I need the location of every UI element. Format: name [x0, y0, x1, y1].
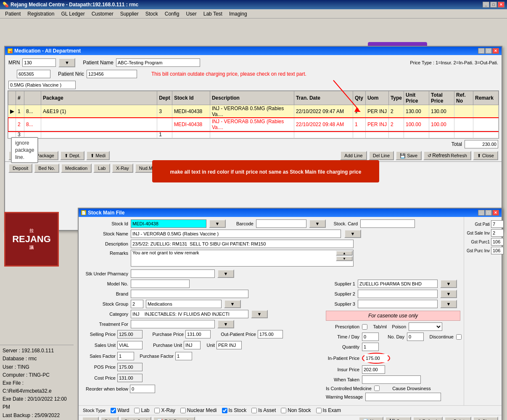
patient-name-input[interactable] — [116, 58, 200, 67]
stock-name-input[interactable] — [8, 81, 76, 89]
medication-button[interactable]: Medication — [61, 164, 92, 173]
time-day-input[interactable] — [362, 333, 379, 341]
insur-price-input[interactable] — [362, 365, 385, 374]
model-input[interactable] — [131, 280, 190, 288]
mrn-down-btn[interactable]: ▼ — [58, 58, 75, 67]
deposit-button[interactable]: Deposit — [8, 164, 32, 173]
inpatient-price-input[interactable] — [364, 354, 388, 362]
refresh-button[interactable]: ↺ RefreshRefresh — [423, 151, 471, 160]
menu-config[interactable]: Config — [161, 10, 183, 18]
med-maximize[interactable]: □ — [485, 48, 492, 54]
lab-button[interactable]: Lab — [93, 164, 110, 173]
supplier1-down-btn[interactable]: ▼ — [440, 280, 457, 288]
gst-sale-inv-input[interactable] — [491, 229, 504, 237]
supplier3-input[interactable] — [358, 300, 438, 308]
brand-input[interactable] — [131, 290, 248, 298]
medi-button[interactable]: ⬆ Medi — [86, 151, 110, 160]
new-button[interactable]: 📄 New — [359, 417, 383, 420]
close-button-med[interactable]: ⬆ Close — [473, 151, 498, 160]
stk-pharmacy-input[interactable] — [131, 269, 215, 278]
nuclear-medi-checkbox[interactable] — [180, 408, 186, 413]
stock-name-down-btn[interactable]: ▼ — [344, 230, 361, 238]
is-controlled-checkbox[interactable] — [374, 386, 380, 391]
edit-barcode-button[interactable]: 📝 Edit Barcode — [153, 417, 195, 420]
poison-select[interactable] — [409, 322, 442, 331]
remarks-scroll-up[interactable]: ▲ — [336, 251, 353, 256]
minimize-button[interactable]: _ — [483, 2, 489, 8]
no-day-input[interactable] — [407, 333, 424, 341]
barcode-input[interactable] — [256, 219, 306, 228]
stock-name-input[interactable] — [131, 230, 341, 238]
stock-refresh-button[interactable]: ↺ Refresh — [413, 417, 443, 420]
menu-customer[interactable]: Customer — [88, 10, 117, 18]
menu-registration[interactable]: Registration — [24, 10, 58, 18]
outpatient-price-input[interactable] — [258, 330, 283, 338]
stock-minus-button[interactable]: - — [82, 417, 99, 420]
del-line-button[interactable]: Del Line — [369, 151, 394, 160]
gst-purc-inv-input[interactable] — [491, 247, 504, 254]
remarks-textarea[interactable]: You are not grant to view remark — [131, 250, 354, 267]
xray-checkbox[interactable] — [154, 408, 160, 413]
remarks-scroll-down[interactable]: ▼ — [336, 256, 353, 261]
close-button[interactable]: ✕ — [498, 2, 504, 8]
is-exam-checkbox[interactable] — [316, 408, 322, 413]
mrn-input[interactable] — [22, 58, 56, 67]
unit-input[interactable] — [217, 341, 242, 349]
is-stock-checkbox[interactable] — [222, 408, 227, 413]
supplier3-down-btn[interactable]: ▼ — [440, 300, 457, 308]
account-input[interactable] — [17, 70, 50, 78]
menu-imaging[interactable]: Imaging — [226, 10, 251, 18]
ward-checkbox[interactable] — [111, 408, 116, 413]
table-row[interactable]: 2 8... MEDI-40438 INJ - VERORAB 0.5MG (R… — [8, 118, 499, 131]
stock-group-num-input[interactable] — [131, 300, 143, 308]
menu-stock[interactable]: Stock — [142, 10, 161, 18]
stock-id-down-btn[interactable]: ▼ — [209, 219, 226, 228]
category-input[interactable] — [131, 310, 248, 318]
menu-lab-test[interactable]: Lab Test — [200, 10, 226, 18]
treatment-down-btn[interactable]: ▼ — [217, 320, 234, 328]
menu-supplier[interactable]: Supplier — [117, 10, 142, 18]
supplier2-down-btn[interactable]: ▼ — [440, 290, 457, 298]
discontinue-checkbox[interactable] — [456, 334, 462, 340]
menu-user[interactable]: User — [182, 10, 200, 18]
med-minimize[interactable]: _ — [478, 48, 485, 54]
is-asset-checkbox[interactable] — [251, 408, 257, 413]
stock-minimize[interactable]: _ — [478, 210, 485, 216]
sales-factor-input[interactable] — [117, 352, 134, 360]
stock-close[interactable]: ✕ — [492, 210, 499, 216]
maximize-button[interactable]: □ — [490, 2, 497, 8]
purchase-factor-input[interactable] — [175, 352, 192, 360]
menu-patient[interactable]: Patient — [2, 10, 24, 18]
stock-maximize[interactable]: □ — [485, 210, 492, 216]
bed-no-button[interactable]: Bed No. — [34, 164, 59, 173]
prescription-checkbox[interactable] — [362, 324, 367, 330]
supplier2-input[interactable] — [358, 290, 438, 298]
menu-gl-ledger[interactable]: GL Ledger — [58, 10, 88, 18]
purchase-unit-input[interactable] — [184, 341, 201, 349]
table-row[interactable]: 3 1 — [8, 131, 499, 138]
purchase-price-input[interactable] — [185, 330, 211, 338]
stock-card-input[interactable] — [360, 219, 415, 228]
treatment-input[interactable] — [131, 320, 215, 328]
stock-group-name-input[interactable] — [146, 300, 222, 308]
print-button[interactable]: Print — [100, 417, 119, 420]
add-line-button[interactable]: Add Line — [340, 151, 367, 160]
patient-nric-input[interactable] — [87, 70, 137, 78]
save-button[interactable]: 💾 Save — [396, 151, 422, 160]
supplier1-input[interactable] — [358, 280, 438, 288]
sales-unit-input[interactable] — [117, 341, 143, 349]
reorder-input[interactable] — [130, 385, 155, 393]
med-close[interactable]: ✕ — [492, 48, 499, 54]
stock-close-button[interactable]: ⬆ Close — [473, 417, 498, 420]
stock-card-button[interactable]: Stock Card — [120, 417, 151, 420]
category-down-btn[interactable]: ▼ — [251, 310, 268, 318]
barcode-down-btn[interactable]: ▼ — [309, 219, 326, 228]
xray-button[interactable]: X-Ray — [112, 164, 133, 173]
dept-button[interactable]: ⬆ Dept. — [60, 151, 84, 160]
stock-id-input[interactable] — [131, 219, 206, 228]
delete-button[interactable]: ✕ Delete — [444, 417, 471, 420]
warning-input[interactable] — [365, 393, 441, 401]
lab-checkbox[interactable] — [134, 408, 140, 413]
non-stock-checkbox[interactable] — [281, 408, 286, 413]
stock-save-button[interactable]: 💾 Save — [385, 417, 411, 420]
